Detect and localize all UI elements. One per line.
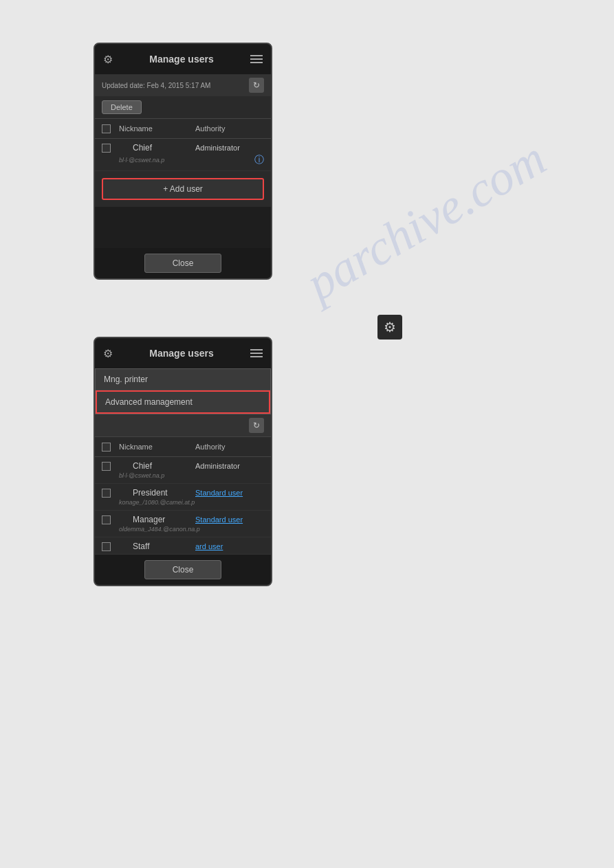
panel1-add-user-section: + Add user — [95, 171, 271, 207]
panel1-refresh-button[interactable]: ↻ — [249, 78, 264, 93]
panel2-gear-icon[interactable]: ⚙ — [103, 347, 113, 360]
panel2-refresh-button[interactable]: ↻ — [249, 418, 264, 433]
panel2-president-authority[interactable]: Standard user — [195, 489, 243, 497]
panel1-table-header: Nickname Authority — [95, 118, 271, 139]
panel1-updated-text: Updated date: Feb 4, 2015 5:17 AM — [102, 82, 210, 89]
panel2-col-authority: Authority — [195, 443, 264, 451]
panel2-col-nickname: Nickname — [116, 443, 195, 451]
panel1-user-row-chief: Chief Administrator bl·l·@cswet.na.p ⓘ — [95, 139, 271, 171]
standalone-gear-icon: ⚙ — [377, 315, 402, 340]
panel2-dropdown-mng-printer[interactable]: Mng. printer — [96, 369, 270, 390]
panel1-header: ⚙ Manage users — [95, 44, 271, 74]
panel1-info-icon[interactable]: ⓘ — [254, 154, 264, 166]
panel1-col-nickname: Nickname — [116, 124, 195, 133]
panel2-updated-bar: ↻ — [95, 414, 271, 436]
panel2-president-name: President — [116, 488, 195, 498]
panel2-user-row-chief: Chief Administrator bl·l·@cswet.na.p — [95, 457, 271, 484]
panel1-header-checkbox[interactable] — [102, 124, 111, 133]
panel1-delete-bar: Delete — [95, 96, 271, 118]
panel2-menu-icon[interactable] — [250, 349, 263, 357]
panel1-add-user-button[interactable]: + Add user — [102, 178, 264, 200]
panel1-gear-icon[interactable]: ⚙ — [103, 53, 113, 66]
panel2-close-button[interactable]: Close — [144, 560, 222, 579]
panel1-chief-authority: Administrator — [195, 144, 264, 152]
panel2-staff-authority[interactable]: ard user — [195, 542, 223, 550]
panel2-header-checkbox[interactable] — [102, 443, 111, 452]
panel1-close-bar: Close — [95, 248, 271, 278]
panel1-spacer — [95, 207, 271, 248]
panel2-user-row-manager: Manager Standard user oldemma_J484.@cano… — [95, 511, 271, 537]
panel2-user-row-staff: Staff ard user — [95, 537, 271, 555]
panel2-user-row-president: President Standard user konage_/1080.@ca… — [95, 484, 271, 511]
panel2-dropdown: Mng. printer Advanced management — [95, 368, 271, 414]
panel2-manager-email: oldemma_J484.@canon.na.p — [119, 526, 200, 533]
panel2-staff-checkbox[interactable] — [102, 542, 111, 551]
panel1-chief-name: Chief — [116, 143, 195, 153]
panel2-chief-authority: Administrator — [195, 462, 264, 470]
panel2-chief-checkbox[interactable] — [102, 462, 111, 471]
panel1-delete-button[interactable]: Delete — [102, 100, 142, 114]
panel1-menu-icon[interactable] — [250, 55, 263, 63]
panel2-chief-email: bl·l·@cswet.na.p — [119, 472, 164, 479]
panel2-close-bar: Close — [95, 555, 271, 585]
panel1-chief-checkbox[interactable] — [102, 144, 111, 153]
panel2-dropdown-advanced-management[interactable]: Advanced management — [96, 390, 270, 414]
panel2-manager-authority[interactable]: Standard user — [195, 515, 243, 524]
panel2-table-header: Nickname Authority — [95, 436, 271, 457]
panel2-header: ⚙ Manage users — [95, 338, 271, 368]
panel2-chief-name: Chief — [116, 461, 195, 471]
panel2-title: Manage users — [113, 348, 250, 359]
panel2-manager-name: Manager — [116, 515, 195, 524]
panel2-president-email: konage_/1080.@camei.at.p — [119, 499, 195, 506]
panel1-chief-email: bl·l·@cswet.na.p — [119, 157, 164, 164]
panel2-manager-checkbox[interactable] — [102, 515, 111, 524]
panel1-close-button[interactable]: Close — [144, 254, 222, 273]
panel2-president-checkbox[interactable] — [102, 489, 111, 498]
watermark: parchive.com — [296, 130, 556, 312]
panel-2: ⚙ Manage users Mng. printer Advanced man… — [94, 337, 272, 586]
panel2-staff-name: Staff — [116, 542, 195, 551]
gear-icon: ⚙ — [384, 319, 396, 335]
panel1-title: Manage users — [113, 54, 250, 65]
panel-1: ⚙ Manage users Updated date: Feb 4, 2015… — [94, 43, 272, 280]
panel1-col-authority: Authority — [195, 124, 264, 133]
panel1-updated-bar: Updated date: Feb 4, 2015 5:17 AM ↻ — [95, 74, 271, 96]
